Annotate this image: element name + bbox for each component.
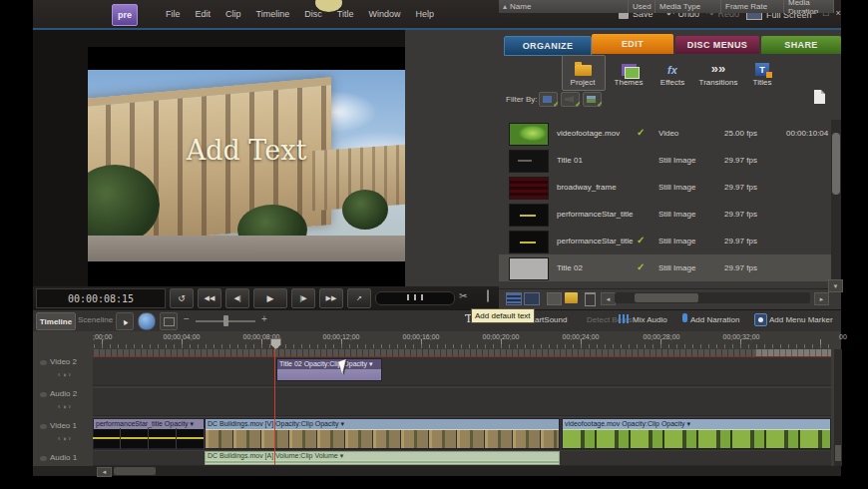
timeline-hscrollbar-thumb[interactable] — [114, 467, 156, 475]
menu-file[interactable]: File — [166, 9, 181, 19]
column-header-media-duration[interactable]: Media Duration — [784, 0, 834, 13]
column-header-frame-rate[interactable]: Frame Rate — [721, 0, 784, 13]
track-mute-icon[interactable] — [40, 456, 47, 461]
mix-audio-button[interactable]: Mix Audio — [633, 315, 667, 324]
timeline-zoom-handle[interactable] — [223, 315, 228, 326]
menu-disc[interactable]: Disc — [304, 9, 322, 19]
video-frame — [88, 70, 405, 261]
column-header-used[interactable]: Used — [629, 0, 655, 13]
add-narration-button[interactable]: Add Narration — [690, 315, 739, 324]
media-list: videofootage.mov ✓ Video 25.00 fps 00:00… — [499, 120, 834, 282]
ruler-label: 00 — [813, 333, 868, 340]
timeline-ruler[interactable]: ;00;00 00;00;04;00 00;00;08;00 00;00;12;… — [93, 332, 831, 348]
zoom-in-icon[interactable]: + — [261, 313, 267, 324]
trash-icon[interactable] — [585, 292, 596, 306]
row-fps: 29.97 fps — [724, 237, 757, 245]
table-row[interactable]: Title 01 Still Image 29.97 fps — [499, 147, 834, 174]
track-mute-icon[interactable] — [40, 392, 47, 397]
subnav-project[interactable]: Project — [561, 58, 605, 87]
street-image — [88, 236, 405, 261]
properties-button[interactable] — [160, 312, 178, 330]
project-hscrollbar-thumb[interactable] — [635, 293, 698, 302]
add-menu-marker-button[interactable]: Add Menu Marker — [769, 315, 833, 324]
mix-audio-icon — [619, 314, 630, 323]
step-forward-button[interactable]: |▶ — [291, 288, 315, 308]
timeline-vscrollbar-thumb[interactable] — [835, 445, 841, 461]
tooltip: Add default text — [471, 308, 535, 323]
time-stretch-tool-button[interactable] — [138, 312, 156, 330]
clip-dc-buildings-video[interactable]: DC Buildings.mov [V] Opacity:Clip Opacit… — [205, 418, 560, 449]
next-clip-button[interactable]: ▶▶ — [319, 288, 343, 308]
vscroll-down-arrow[interactable]: ▼ — [828, 279, 843, 292]
menu-title[interactable]: Title — [337, 9, 354, 19]
rewind-icon: ↺ — [178, 293, 186, 303]
app-window: pre File Edit Clip Timeline Disc Title W… — [0, 0, 868, 489]
track-visibility-icon[interactable] — [40, 424, 47, 429]
menu-timeline[interactable]: Timeline — [256, 9, 290, 19]
zoom-out-icon[interactable]: − — [184, 313, 190, 324]
table-row[interactable]: performanceStar_title ✓ Still Image 29.9… — [499, 228, 834, 254]
tab-timeline-view[interactable]: Timeline — [36, 312, 76, 330]
clip-dc-buildings-audio[interactable]: DC Buildings.mov [A] Volume:Clip Volume … — [205, 451, 560, 465]
filter-image-button[interactable]: ✓ — [583, 92, 602, 107]
menu-window[interactable]: Window — [368, 9, 400, 19]
shuttle-slider-handle[interactable] — [407, 294, 425, 300]
transitions-icon: »» — [696, 58, 740, 76]
work-area-bar-end[interactable] — [755, 349, 831, 356]
subnav-project-label: Project — [571, 78, 596, 87]
split-clip-icon[interactable]: ✂ — [459, 290, 467, 301]
step-back-button[interactable]: ◀| — [225, 288, 249, 308]
monitor-panel-right — [405, 30, 499, 286]
media-list-scrollbar-thumb[interactable] — [832, 133, 840, 195]
column-header-name[interactable]: ▴ Name — [499, 0, 629, 13]
table-row[interactable]: videofootage.mov ✓ Video 25.00 fps 00:00… — [499, 120, 834, 147]
selection-arrow-icon: ▲ — [119, 315, 130, 327]
track-toggle-icons[interactable]: ‹◑› — [58, 435, 73, 442]
tab-disc-menus[interactable]: DISC MENUS — [675, 36, 759, 54]
selection-tool-button[interactable]: ▲ — [116, 312, 134, 330]
table-row[interactable]: broadway_frame Still Image 29.97 fps — [499, 174, 834, 201]
tab-sceneline-view[interactable]: Sceneline — [78, 315, 113, 324]
play-button[interactable]: ▶ — [253, 288, 287, 308]
hscroll-left-arrow[interactable]: ◄ — [601, 292, 616, 305]
filter-audio-button[interactable]: ✓ — [561, 92, 580, 107]
clip-dcv-filmstrip — [206, 429, 559, 449]
timecode-display[interactable]: 00:00:08:15 — [36, 288, 166, 308]
folder-icon[interactable] — [565, 292, 578, 303]
filter-video-button[interactable]: ✓ — [539, 92, 558, 107]
timeline-hscroll-left-arrow[interactable]: ◄ — [97, 467, 112, 477]
freeze-frame-icon[interactable] — [487, 290, 489, 301]
table-row-selected[interactable]: Title 02 ✓ Still Image 29.97 fps — [499, 254, 834, 281]
rewind-button[interactable]: ↺ — [170, 288, 194, 308]
previous-clip-button[interactable]: ◀◀ — [198, 288, 221, 308]
subnav-transitions[interactable]: »» Transitions — [696, 58, 740, 87]
shuttle-button[interactable]: ↗ — [347, 288, 371, 308]
menu-help[interactable]: Help — [415, 9, 434, 19]
new-item-icon[interactable] — [814, 90, 825, 104]
column-header-media-type[interactable]: Media Type — [655, 0, 721, 13]
subnav-effects[interactable]: fx Effects — [651, 58, 694, 87]
hscroll-right-arrow[interactable]: ► — [814, 292, 829, 305]
clip-title02[interactable]: Title 02 Opacity:Clip Opacity ▾ — [276, 358, 382, 381]
subnav-themes[interactable]: Themes — [607, 58, 651, 87]
clip-perf-filmstrip — [93, 428, 205, 449]
track-toggle-icons[interactable]: ‹◑› — [58, 403, 73, 410]
track-video2[interactable] — [93, 357, 831, 386]
track-toggle-icons[interactable]: ‹◑› — [58, 371, 73, 378]
clip-videofootage[interactable]: videofootage.mov Opacity:Clip Opacity ▾ — [562, 418, 831, 449]
menu-clip[interactable]: Clip — [225, 9, 241, 19]
tab-share[interactable]: SHARE — [761, 36, 841, 54]
menu-edit[interactable]: Edit — [196, 9, 212, 19]
tab-edit[interactable]: EDIT — [592, 34, 673, 54]
track-visibility-icon[interactable] — [40, 360, 47, 365]
grid-view-icon[interactable] — [524, 292, 540, 305]
work-area-bar[interactable] — [93, 349, 831, 356]
table-row[interactable]: performanceStar_title Still Image 29.97 … — [499, 201, 834, 228]
tab-organize[interactable]: ORGANIZE — [504, 36, 592, 56]
track-audio2[interactable] — [93, 388, 831, 416]
title-overlay-text: Add Text — [88, 135, 405, 166]
close-button[interactable]: × — [835, 8, 840, 18]
subnav-titles[interactable]: T Titles — [740, 58, 784, 87]
list-view-icon[interactable] — [506, 292, 522, 305]
new-bin-icon[interactable] — [547, 292, 562, 305]
